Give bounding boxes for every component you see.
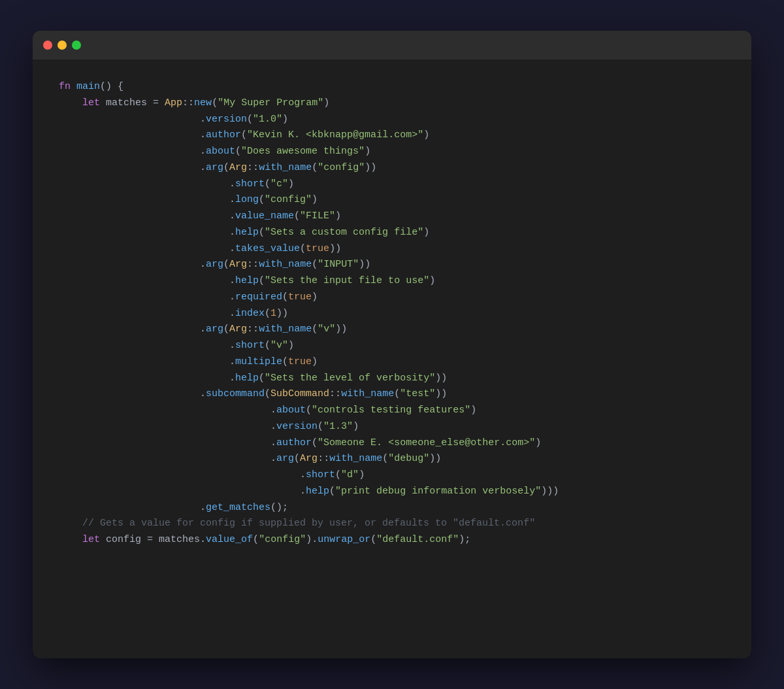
code-line: .multiple(true) [59,354,725,371]
code-line: .author("Kevin K. <kbknapp@gmail.com>") [59,127,725,144]
code-line: .author("Someone E. <someone_else@other.… [59,435,725,452]
code-line: .short("c") [59,176,725,193]
code-line: .about("controls testing features") [59,403,725,419]
code-line: .long("config") [59,192,725,209]
code-line: .takes_value(true)) [59,241,725,258]
code-line: .required(true) [59,290,725,306]
code-line: .arg(Arg::with_name("config")) [59,160,725,176]
code-line: .get_matches(); [59,500,725,516]
code-line: .short("d") [59,467,725,484]
code-line: .short("v") [59,338,725,354]
code-line: .help("Sets a custom config file") [59,225,725,241]
code-line: .about("Does awesome things") [59,144,725,160]
minimize-button[interactable] [57,41,67,50]
code-line: .help("Sets the input file to use") [59,273,725,290]
code-line: .arg(Arg::with_name("INPUT")) [59,257,725,273]
code-editor-window: fn main() { let matches = App::new("My S… [33,31,751,658]
code-line: .help("print debug information verbosely… [59,484,725,500]
code-line: .subcommand(SubCommand::with_name("test"… [59,386,725,403]
close-button[interactable] [43,41,52,50]
maximize-button[interactable] [72,41,81,50]
code-line: .arg(Arg::with_name("debug")) [59,451,725,467]
code-line: fn main() { [59,79,725,95]
code-line: .version("1.0") [59,112,725,128]
code-line: .arg(Arg::with_name("v")) [59,322,725,338]
code-content: fn main() { let matches = App::new("My S… [33,59,751,568]
code-line-comment: // Gets a value for config if supplied b… [59,516,725,532]
titlebar [33,31,751,59]
code-line: .version("1.3") [59,419,725,435]
code-line: .help("Sets the level of verbosity")) [59,371,725,387]
code-line: .value_name("FILE") [59,209,725,225]
code-line: let matches = App::new("My Super Program… [59,95,725,112]
code-line: .index(1)) [59,306,725,322]
code-line: let config = matches.value_of("config").… [59,532,725,548]
